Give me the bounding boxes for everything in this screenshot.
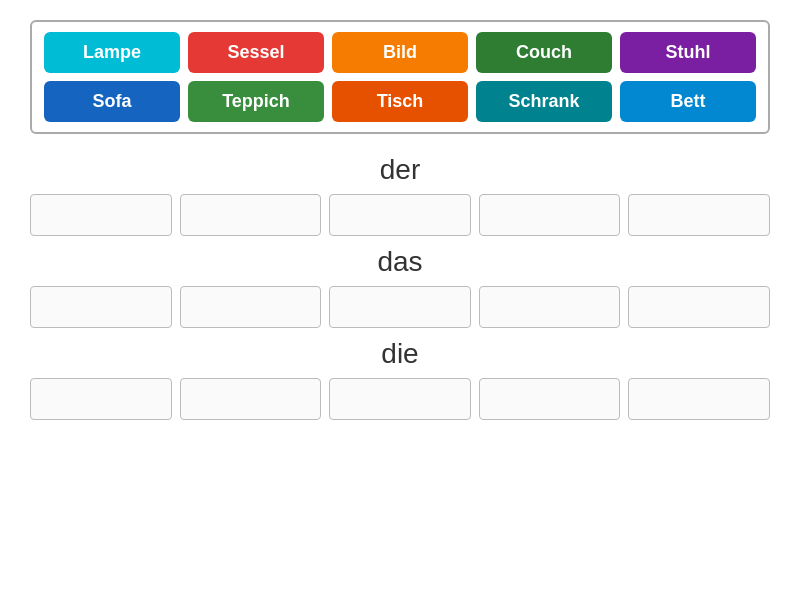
drop-box[interactable] [479, 286, 621, 328]
drop-box[interactable] [628, 286, 770, 328]
word-tile-bild[interactable]: Bild [332, 32, 468, 73]
drop-row-die [30, 378, 770, 420]
drop-box[interactable] [30, 286, 172, 328]
section-das: das [30, 246, 770, 328]
word-tile-couch[interactable]: Couch [476, 32, 612, 73]
drop-box[interactable] [479, 194, 621, 236]
section-die: die [30, 338, 770, 420]
word-tile-teppich[interactable]: Teppich [188, 81, 324, 122]
drop-row-das [30, 286, 770, 328]
section-label-das: das [377, 246, 422, 278]
section-label-die: die [381, 338, 418, 370]
drop-box[interactable] [180, 286, 322, 328]
drop-row-der [30, 194, 770, 236]
word-tile-tisch[interactable]: Tisch [332, 81, 468, 122]
word-tile-sessel[interactable]: Sessel [188, 32, 324, 73]
drop-box[interactable] [329, 194, 471, 236]
drop-box[interactable] [329, 378, 471, 420]
drop-box[interactable] [628, 378, 770, 420]
section-label-der: der [380, 154, 420, 186]
drop-box[interactable] [479, 378, 621, 420]
section-der: der [30, 154, 770, 236]
drop-box[interactable] [30, 378, 172, 420]
word-tile-lampe[interactable]: Lampe [44, 32, 180, 73]
word-tile-schrank[interactable]: Schrank [476, 81, 612, 122]
drop-box[interactable] [30, 194, 172, 236]
drop-box[interactable] [329, 286, 471, 328]
word-tile-sofa[interactable]: Sofa [44, 81, 180, 122]
drop-box[interactable] [180, 378, 322, 420]
word-tile-stuhl[interactable]: Stuhl [620, 32, 756, 73]
drop-box[interactable] [180, 194, 322, 236]
page-container: LampeSesselBildCouchStuhlSofaTeppichTisc… [0, 0, 800, 600]
drop-box[interactable] [628, 194, 770, 236]
word-bank: LampeSesselBildCouchStuhlSofaTeppichTisc… [30, 20, 770, 134]
word-tile-bett[interactable]: Bett [620, 81, 756, 122]
